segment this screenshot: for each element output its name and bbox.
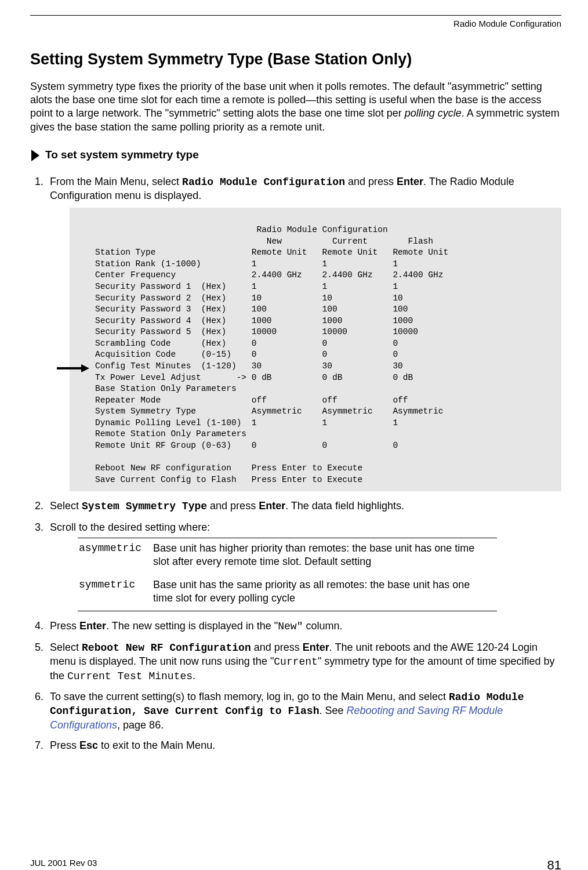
intro-paragraph: System symmetry type fixes the priority …: [30, 80, 561, 135]
term-asymmetric: asymmetric: [78, 538, 152, 574]
step-1: From the Main Menu, select Radio Module …: [46, 175, 561, 491]
page-footer: JUL 2001 Rev 03 81: [30, 857, 561, 870]
step-list: From the Main Menu, select Radio Module …: [30, 175, 561, 753]
config-screen-text: Radio Module Configuration New Current F…: [95, 225, 448, 484]
step-6: To save the current setting(s) to flash …: [46, 690, 561, 732]
table-row: asymmetric Base unit has higher priority…: [78, 538, 497, 574]
table-row: symmetric Base unit has the same priorit…: [78, 575, 497, 611]
def-symmetric: Base unit has the same priority as all r…: [152, 575, 497, 611]
config-screen: Radio Module Configuration New Current F…: [70, 208, 561, 492]
running-header: Radio Module Configuration: [30, 15, 561, 30]
page-title: Setting System Symmetry Type (Base Stati…: [30, 49, 561, 70]
svg-marker-2: [81, 364, 89, 372]
arrow-right-icon: [30, 150, 41, 161]
def-asymmetric: Base unit has higher priority than remot…: [152, 538, 497, 574]
step-3: Scroll to the desired setting where: asy…: [46, 521, 561, 612]
revision-label: JUL 2001 Rev 03: [30, 857, 97, 870]
definition-table: asymmetric Base unit has higher priority…: [78, 538, 497, 612]
page-number: 81: [547, 857, 561, 870]
step-7: Press Esc to exit to the Main Menu.: [46, 739, 561, 752]
header-section: Radio Module Configuration: [453, 19, 561, 28]
term-symmetric: symmetric: [78, 575, 152, 611]
svg-marker-0: [31, 150, 39, 161]
procedure-heading: To set system symmetry type: [30, 148, 561, 162]
arrow-indicator-icon: [57, 364, 89, 373]
step-5: Select Reboot New RF Configuration and p…: [46, 641, 561, 683]
step-2: Select System Symmetry Type and press En…: [46, 499, 561, 513]
step-4: Press Enter. The new setting is displaye…: [46, 619, 561, 633]
